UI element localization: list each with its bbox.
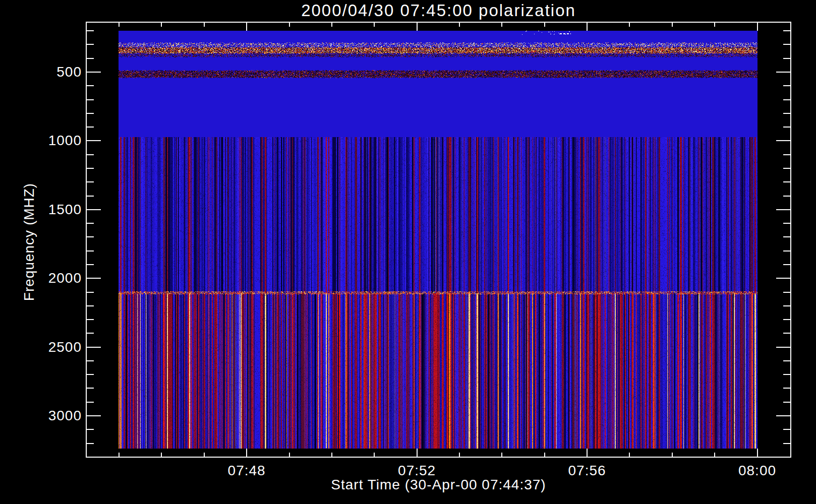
y-minor-tick-right — [783, 250, 790, 251]
y-minor-tick-right — [783, 127, 790, 128]
x-minor-tick — [289, 453, 290, 457]
x-minor-tick-top — [544, 23, 545, 27]
y-axis-title: Frequency (MHZ) — [21, 166, 37, 318]
y-minor-tick-right — [783, 388, 790, 389]
x-minor-tick-top — [629, 23, 630, 27]
y-minor-tick — [87, 85, 94, 86]
y-tick-label: 2000 — [48, 270, 82, 286]
x-minor-tick — [204, 453, 205, 457]
chart-title: 2000/04/30 07:45:00 polarization — [86, 1, 791, 20]
x-major-tick — [757, 449, 758, 457]
y-minor-tick — [87, 319, 94, 320]
x-minor-tick-top — [459, 23, 460, 27]
y-major-tick — [87, 140, 101, 141]
y-tick-label: 500 — [56, 64, 82, 80]
x-minor-tick-top — [161, 23, 162, 27]
x-minor-tick — [714, 453, 715, 457]
x-minor-tick-top — [672, 23, 673, 27]
y-minor-tick — [87, 99, 94, 100]
y-major-tick — [87, 347, 101, 348]
y-minor-tick — [87, 374, 94, 375]
x-minor-tick — [544, 453, 545, 457]
y-minor-tick — [87, 264, 94, 265]
y-minor-tick — [87, 154, 94, 155]
y-minor-tick — [87, 443, 94, 444]
y-major-tick — [87, 415, 101, 416]
x-minor-tick-top — [204, 23, 205, 27]
y-minor-tick-right — [783, 443, 790, 444]
y-minor-tick — [87, 292, 94, 293]
y-minor-tick-right — [783, 360, 790, 361]
y-minor-tick-right — [783, 44, 790, 45]
y-minor-tick — [87, 305, 94, 306]
y-minor-tick-right — [783, 333, 790, 334]
x-minor-tick — [459, 453, 460, 457]
x-major-tick-top — [246, 23, 247, 31]
y-major-tick — [87, 209, 101, 210]
x-minor-tick-top — [119, 23, 120, 27]
x-major-tick — [246, 449, 247, 457]
x-minor-tick-top — [331, 23, 332, 27]
x-minor-tick-top — [714, 23, 715, 27]
spectrogram-page: 2000/04/30 07:45:00 polarization Frequen… — [0, 0, 816, 504]
y-minor-tick — [87, 333, 94, 334]
x-minor-tick — [119, 453, 120, 457]
y-minor-tick-right — [783, 292, 790, 293]
y-minor-tick-right — [783, 429, 790, 430]
y-minor-tick-right — [783, 181, 790, 182]
y-minor-tick-right — [783, 236, 790, 237]
y-major-tick-right — [776, 347, 790, 348]
x-major-tick-top — [417, 23, 418, 31]
y-minor-tick-right — [783, 319, 790, 320]
x-major-tick — [587, 449, 588, 457]
y-minor-tick-right — [783, 85, 790, 86]
y-minor-tick — [87, 236, 94, 237]
y-minor-tick — [87, 44, 94, 45]
y-minor-tick-right — [783, 99, 790, 100]
x-major-tick — [417, 449, 418, 457]
x-minor-tick-top — [374, 23, 375, 27]
x-major-tick-top — [587, 23, 588, 31]
y-minor-tick — [87, 250, 94, 251]
y-minor-tick — [87, 30, 94, 31]
y-minor-tick-right — [783, 264, 790, 265]
y-minor-tick-right — [783, 305, 790, 306]
y-minor-tick — [87, 402, 94, 403]
x-minor-tick-top — [289, 23, 290, 27]
x-minor-tick-top — [501, 23, 502, 27]
y-tick-label: 3000 — [48, 408, 82, 424]
y-major-tick-right — [776, 72, 790, 73]
y-minor-tick-right — [783, 30, 790, 31]
y-minor-tick — [87, 429, 94, 430]
y-major-tick — [87, 72, 101, 73]
y-minor-tick-right — [783, 196, 790, 197]
y-minor-tick — [87, 181, 94, 182]
y-minor-tick-right — [783, 168, 790, 169]
y-minor-tick — [87, 223, 94, 224]
x-major-tick-top — [757, 23, 758, 31]
y-minor-tick — [87, 388, 94, 389]
y-minor-tick — [87, 113, 94, 114]
plot-frame — [86, 22, 791, 458]
y-tick-label: 1000 — [48, 133, 82, 149]
x-minor-tick — [501, 453, 502, 457]
y-minor-tick-right — [783, 374, 790, 375]
x-minor-tick — [629, 453, 630, 457]
y-major-tick — [87, 278, 101, 279]
y-minor-tick-right — [783, 58, 790, 59]
y-major-tick-right — [776, 415, 790, 416]
y-minor-tick — [87, 127, 94, 128]
x-minor-tick — [672, 453, 673, 457]
y-minor-tick-right — [783, 223, 790, 224]
y-major-tick-right — [776, 278, 790, 279]
y-minor-tick-right — [783, 154, 790, 155]
y-major-tick-right — [776, 209, 790, 210]
y-major-tick-right — [776, 140, 790, 141]
y-minor-tick-right — [783, 113, 790, 114]
y-tick-label: 1500 — [48, 202, 82, 218]
x-minor-tick — [374, 453, 375, 457]
y-minor-tick — [87, 360, 94, 361]
y-minor-tick-right — [783, 402, 790, 403]
x-minor-tick — [331, 453, 332, 457]
x-axis-title: Start Time (30-Apr-00 07:44:37) — [86, 477, 791, 493]
